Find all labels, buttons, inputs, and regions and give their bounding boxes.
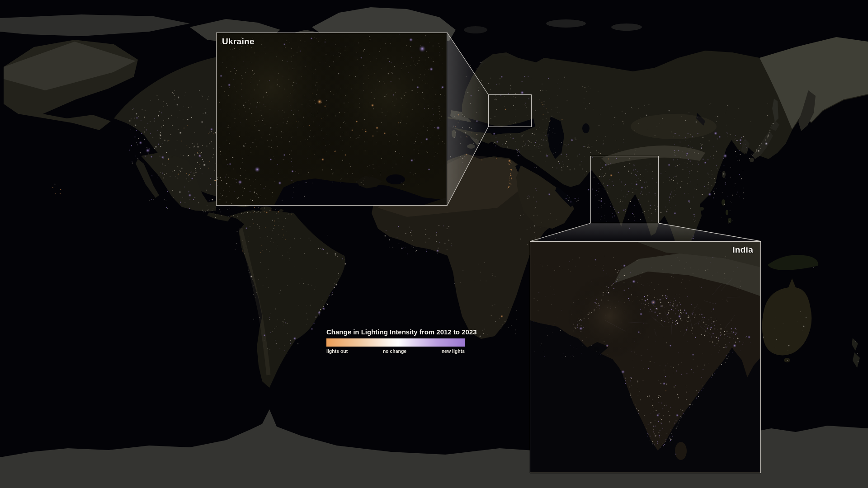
ukraine-connector-fog <box>447 33 488 206</box>
ukraine-inset-panel: Ukraine <box>216 33 447 206</box>
ukraine-source-region <box>488 94 532 127</box>
legend-gradient-bar <box>326 338 465 347</box>
india-connector-fog <box>530 223 761 241</box>
india-inset-label: India <box>732 245 753 255</box>
legend-title: Change in Lighting Intensity from 2012 t… <box>326 328 465 336</box>
legend-label-lights-out: lights out <box>326 348 348 354</box>
world-night-lights-map: Ukraine India Change in Lighting Intensi… <box>0 0 868 488</box>
ukraine-inset-map <box>217 33 446 205</box>
india-inset-panel: India <box>530 241 761 473</box>
ukraine-inset-label: Ukraine <box>222 37 255 47</box>
india-source-region <box>590 156 659 223</box>
india-inset-map <box>530 242 760 472</box>
legend-labels: lights out no change new lights <box>326 348 465 354</box>
legend: Change in Lighting Intensity from 2012 t… <box>326 328 465 354</box>
legend-label-new-lights: new lights <box>442 348 465 354</box>
legend-label-no-change: no change <box>383 348 407 354</box>
